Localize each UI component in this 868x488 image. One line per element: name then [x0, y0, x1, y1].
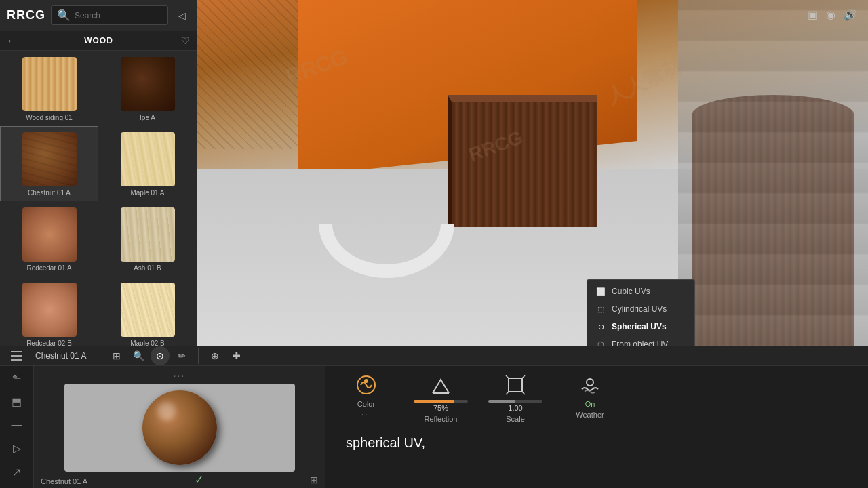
favorite-button[interactable]: ♡: [181, 35, 190, 46]
left-icon-5[interactable]: ↗: [12, 466, 21, 479]
material-label: Ipe A: [140, 114, 155, 121]
prop-scale: 1.00 Scale: [488, 373, 542, 423]
scene: RRCG RRCG 人人素材: [197, 0, 868, 346]
material-thumbnail: [121, 207, 175, 262]
svg-rect-2: [11, 359, 22, 361]
material-item-wood-siding-01[interactable]: Wood siding 01: [0, 51, 98, 126]
left-icon-2[interactable]: ⬒: [12, 395, 22, 408]
left-icon-1[interactable]: ⬑: [12, 371, 21, 384]
scale-label: Scale: [506, 415, 525, 423]
context-menu-item-from-object[interactable]: ⬡ From object UV: [587, 336, 694, 346]
subtitle-text: spherical UV,: [339, 435, 432, 450]
context-menu: ⬜ Cubic UVs ⬚ Cylindrical UVs ⊙ Spherica…: [587, 279, 695, 346]
preview-sphere: [142, 390, 217, 465]
collapse-sidebar-button[interactable]: ◁: [174, 7, 190, 24]
plus-button[interactable]: ✚: [227, 346, 246, 365]
material-item-maple-02-b[interactable]: Maple 02 B: [98, 277, 197, 346]
context-menu-item-cubic[interactable]: ⬜ Cubic UVs: [587, 283, 694, 300]
scale-slider-container: 1.00: [488, 400, 542, 412]
properties-panel: Color · · · 75% Reflection: [326, 366, 868, 488]
search-bar[interactable]: 🔍: [51, 5, 168, 25]
material-thumbnail: [121, 57, 175, 111]
prop-weather: On Weather: [563, 373, 617, 419]
search-icon: 🔍: [57, 9, 71, 22]
material-label: Redcedar 02 B: [26, 340, 72, 346]
material-thumbnail: [121, 283, 175, 337]
add-button[interactable]: ⊕: [205, 346, 224, 365]
material-item-maple-01-a[interactable]: Maple 01 A: [98, 126, 197, 201]
material-label: Wood siding 01: [26, 114, 73, 121]
app-logo: RRCG: [7, 8, 45, 22]
context-menu-item-cylindrical[interactable]: ⬚ Cylindrical UVs: [587, 300, 694, 318]
zoom-search-button[interactable]: 🔍: [129, 346, 148, 365]
grid-icon[interactable]: ⊞: [310, 474, 318, 485]
bottom-area: Chestnut 01 A ⊞ 🔍 ⊙ ✏ ⊕ ✚ ⬑ ⬒ — ▷ ↗ ···: [0, 346, 868, 488]
material-item-ash-01-b[interactable]: Ash 01 B: [98, 201, 197, 277]
svg-rect-1: [11, 355, 22, 357]
weather-icon: [578, 373, 602, 397]
material-label: Chestnut 01 A: [28, 189, 71, 197]
cubic-label: Cubic UVs: [612, 287, 650, 296]
sidebar-header: RRCG 🔍 ◁: [0, 0, 197, 31]
color-icon: [354, 373, 378, 397]
cylindrical-icon: ⬚: [595, 304, 606, 314]
viewport-icons: ▣ ◉ 🔊: [808, 8, 857, 21]
layout-icon[interactable]: ▣: [808, 8, 818, 21]
material-thumbnail: [22, 132, 77, 186]
material-thumbnail: [22, 57, 77, 111]
material-thumbnail: [22, 207, 77, 262]
material-thumbnail: [22, 283, 77, 337]
toolbar: Chestnut 01 A ⊞ 🔍 ⊙ ✏ ⊕ ✚: [0, 346, 868, 366]
edit-button[interactable]: ✏: [172, 346, 191, 365]
material-item-chestnut-01-a[interactable]: Chestnut 01 A: [0, 126, 98, 201]
search-input[interactable]: [75, 11, 162, 20]
left-icon-4[interactable]: ▷: [13, 442, 21, 455]
svg-line-10: [506, 392, 509, 394]
material-item-ipe-a[interactable]: Ipe A: [98, 51, 197, 126]
preview-background: [64, 384, 295, 472]
material-item-redcedar-01-a[interactable]: Redcedar 01 A: [0, 201, 98, 277]
top-section: RRCG 🔍 ◁ ← WOOD ♡ Wood siding 01: [0, 0, 868, 346]
sidebar: RRCG 🔍 ◁ ← WOOD ♡ Wood siding 01: [0, 0, 197, 346]
hamburger-button[interactable]: [7, 346, 26, 365]
back-button[interactable]: ←: [7, 35, 16, 46]
spherical-icon: ⊙: [595, 321, 606, 332]
eye-icon[interactable]: ◉: [826, 8, 835, 21]
toolbar-material-name: Chestnut 01 A: [28, 351, 93, 361]
material-grid: Wood siding 01 Ipe A Chestnut 01 A Maple…: [0, 51, 197, 346]
cubic-icon: ⬜: [595, 286, 606, 297]
svg-rect-0: [11, 351, 22, 352]
svg-rect-6: [509, 378, 522, 392]
reflection-icon: [429, 373, 453, 397]
bottom-content: ⬑ ⬒ — ▷ ↗ ··· Chestnut 01 A ✓ ⊞: [0, 366, 868, 488]
audio-icon[interactable]: 🔊: [844, 8, 857, 21]
left-icon-3[interactable]: —: [12, 419, 22, 431]
grid-view-button[interactable]: ⊞: [107, 346, 126, 365]
svg-point-11: [587, 379, 593, 386]
wood-box: [448, 95, 597, 227]
reflection-slider[interactable]: [414, 400, 468, 403]
weather-toggle[interactable]: On: [585, 400, 595, 408]
material-item-redcedar-02-b[interactable]: Redcedar 02 B: [0, 277, 98, 346]
uv-button[interactable]: ⊙: [151, 346, 170, 365]
context-menu-item-spherical[interactable]: ⊙ Spherical UVs: [587, 318, 694, 336]
svg-line-7: [506, 375, 509, 378]
preview-panel: ··· Chestnut 01 A ✓ ⊞: [34, 366, 326, 488]
preview-menu-dots[interactable]: ···: [174, 370, 186, 381]
category-nav: ← WOOD ♡: [0, 31, 197, 51]
stone-wall: [678, 0, 868, 346]
reflection-slider-container: 75%: [414, 400, 468, 412]
spherical-label: Spherical UVs: [612, 322, 667, 331]
material-label: Ash 01 B: [134, 264, 161, 272]
properties-row-1: Color · · · 75% Reflection: [339, 373, 854, 423]
material-label: Redcedar 01 A: [26, 264, 71, 272]
reflection-value: 75%: [433, 404, 448, 412]
color-label: Color: [357, 400, 375, 408]
reflection-label: Reflection: [425, 415, 458, 423]
material-thumbnail: [121, 132, 175, 186]
preview-material-label: Chestnut 01 A: [41, 477, 87, 485]
scale-icon: [503, 373, 528, 397]
svg-point-4: [364, 379, 368, 383]
scale-slider[interactable]: [488, 400, 542, 403]
viewport[interactable]: RRCG RRCG 人人素材 ▣ ◉ 🔊 ⬜ Cubic UVs ⬚ Cylin…: [197, 0, 868, 346]
